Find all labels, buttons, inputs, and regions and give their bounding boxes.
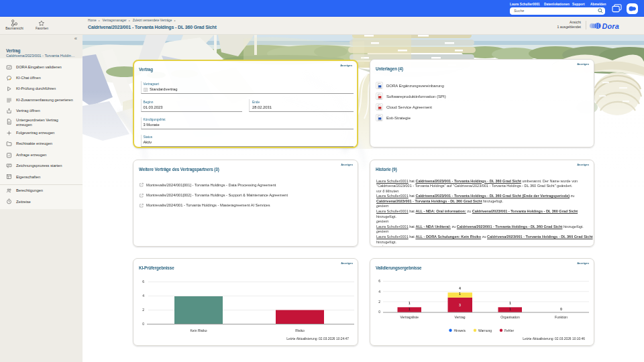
svg-text:0: 0 [142, 322, 144, 326]
svg-text:1: 1 [409, 308, 411, 311]
svg-text:6: 6 [142, 280, 144, 284]
svg-text:4: 4 [142, 294, 144, 298]
svg-text:Warnung: Warnung [478, 328, 492, 333]
svg-text:Kein Risiko: Kein Risiko [190, 328, 207, 333]
svg-text:1: 1 [459, 292, 461, 296]
svg-text:4: 4 [459, 287, 461, 290]
svg-text:1: 1 [509, 308, 511, 311]
svg-text:Hinweis: Hinweis [454, 328, 466, 333]
svg-text:Fehler: Fehler [504, 328, 515, 333]
svg-text:Organisation: Organisation [500, 315, 520, 319]
svg-text:Funktion: Funktion [555, 315, 568, 319]
svg-text:3: 3 [459, 304, 461, 307]
svg-text:2: 2 [378, 300, 380, 304]
svg-text:Vertrag: Vertrag [455, 315, 466, 319]
svg-text:Vertragsliste: Vertragsliste [400, 315, 419, 319]
svg-text:0: 0 [560, 308, 562, 311]
svg-text:1: 1 [409, 302, 411, 305]
svg-text:0: 0 [378, 310, 380, 314]
svg-text:Risiko: Risiko [295, 328, 305, 333]
svg-text:6: 6 [378, 279, 380, 283]
svg-text:2: 2 [142, 308, 144, 312]
svg-text:1: 1 [509, 302, 511, 305]
svg-text:4: 4 [378, 290, 380, 294]
